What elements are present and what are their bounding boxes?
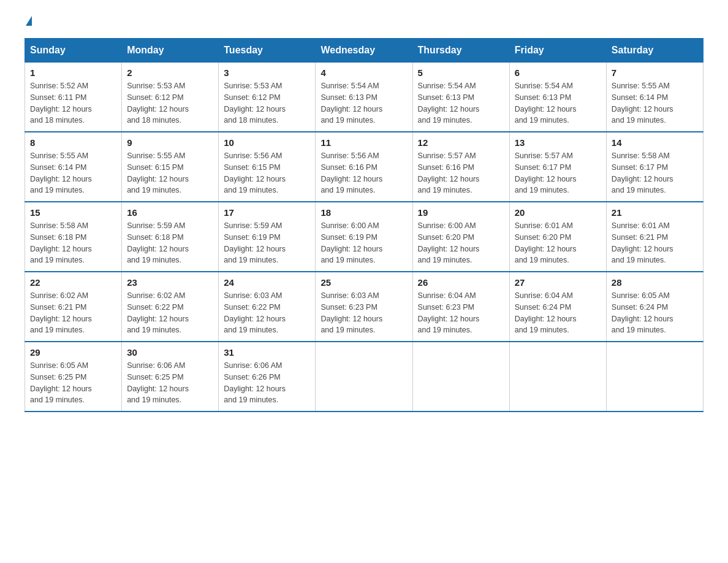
day-number: 5 (418, 67, 504, 78)
calendar-cell: 30Sunrise: 6:06 AMSunset: 6:25 PMDayligh… (122, 342, 219, 412)
day-info: Sunrise: 5:57 AMSunset: 6:17 PMDaylight:… (515, 150, 601, 196)
day-number: 28 (612, 277, 698, 288)
day-info: Sunrise: 5:58 AMSunset: 6:18 PMDaylight:… (30, 220, 116, 266)
day-info: Sunrise: 6:01 AMSunset: 6:21 PMDaylight:… (612, 220, 698, 266)
calendar-cell: 2Sunrise: 5:53 AMSunset: 6:12 PMDaylight… (122, 63, 219, 132)
calendar-week-row: 1Sunrise: 5:52 AMSunset: 6:11 PMDaylight… (25, 63, 703, 132)
calendar-cell: 16Sunrise: 5:59 AMSunset: 6:18 PMDayligh… (122, 202, 219, 272)
day-number: 10 (224, 137, 310, 148)
day-number: 27 (515, 277, 601, 288)
day-number: 2 (127, 67, 213, 78)
day-number: 12 (418, 137, 504, 148)
day-info: Sunrise: 5:57 AMSunset: 6:16 PMDaylight:… (418, 150, 504, 196)
day-info: Sunrise: 6:00 AMSunset: 6:19 PMDaylight:… (320, 220, 407, 266)
day-number: 16 (127, 207, 213, 218)
day-info: Sunrise: 6:05 AMSunset: 6:25 PMDaylight:… (30, 360, 116, 406)
day-number: 17 (224, 207, 310, 218)
day-info: Sunrise: 5:56 AMSunset: 6:16 PMDaylight:… (320, 150, 407, 196)
calendar-week-row: 22Sunrise: 6:02 AMSunset: 6:21 PMDayligh… (25, 272, 703, 342)
header-saturday: Saturday (606, 39, 703, 63)
day-info: Sunrise: 5:59 AMSunset: 6:19 PMDaylight:… (224, 220, 310, 266)
calendar-cell: 14Sunrise: 5:58 AMSunset: 6:17 PMDayligh… (606, 132, 703, 202)
day-number: 19 (418, 207, 504, 218)
calendar-header-row: SundayMondayTuesdayWednesdayThursdayFrid… (25, 39, 703, 63)
calendar-cell: 13Sunrise: 5:57 AMSunset: 6:17 PMDayligh… (509, 132, 606, 202)
header-friday: Friday (509, 39, 606, 63)
day-info: Sunrise: 6:04 AMSunset: 6:23 PMDaylight:… (418, 290, 504, 336)
day-number: 6 (515, 67, 601, 78)
day-info: Sunrise: 5:58 AMSunset: 6:17 PMDaylight:… (612, 150, 698, 196)
day-info: Sunrise: 6:03 AMSunset: 6:23 PMDaylight:… (320, 290, 407, 336)
calendar-table: SundayMondayTuesdayWednesdayThursdayFrid… (25, 38, 703, 412)
day-number: 18 (320, 207, 407, 218)
day-info: Sunrise: 6:04 AMSunset: 6:24 PMDaylight:… (515, 290, 601, 336)
calendar-cell: 8Sunrise: 5:55 AMSunset: 6:14 PMDaylight… (25, 132, 122, 202)
calendar-cell: 20Sunrise: 6:01 AMSunset: 6:20 PMDayligh… (509, 202, 606, 272)
day-info: Sunrise: 5:53 AMSunset: 6:12 PMDaylight:… (224, 80, 310, 126)
calendar-cell: 17Sunrise: 5:59 AMSunset: 6:19 PMDayligh… (219, 202, 316, 272)
calendar-cell: 22Sunrise: 6:02 AMSunset: 6:21 PMDayligh… (25, 272, 122, 342)
calendar-cell: 15Sunrise: 5:58 AMSunset: 6:18 PMDayligh… (25, 202, 122, 272)
day-number: 4 (320, 67, 407, 78)
day-number: 29 (30, 347, 116, 358)
day-number: 21 (612, 207, 698, 218)
day-info: Sunrise: 5:59 AMSunset: 6:18 PMDaylight:… (127, 220, 213, 266)
day-info: Sunrise: 5:55 AMSunset: 6:15 PMDaylight:… (127, 150, 213, 196)
header (25, 18, 703, 28)
header-monday: Monday (122, 39, 219, 63)
header-tuesday: Tuesday (219, 39, 316, 63)
calendar-cell: 7Sunrise: 5:55 AMSunset: 6:14 PMDaylight… (606, 63, 703, 132)
day-number: 13 (515, 137, 601, 148)
day-number: 26 (418, 277, 504, 288)
day-info: Sunrise: 6:00 AMSunset: 6:20 PMDaylight:… (418, 220, 504, 266)
calendar-cell: 24Sunrise: 6:03 AMSunset: 6:22 PMDayligh… (219, 272, 316, 342)
calendar-cell: 31Sunrise: 6:06 AMSunset: 6:26 PMDayligh… (219, 342, 316, 412)
day-number: 8 (30, 137, 116, 148)
day-info: Sunrise: 5:54 AMSunset: 6:13 PMDaylight:… (418, 80, 504, 126)
day-number: 1 (30, 67, 116, 78)
logo (25, 18, 32, 28)
calendar-cell: 3Sunrise: 5:53 AMSunset: 6:12 PMDaylight… (219, 63, 316, 132)
day-info: Sunrise: 6:01 AMSunset: 6:20 PMDaylight:… (515, 220, 601, 266)
day-info: Sunrise: 5:54 AMSunset: 6:13 PMDaylight:… (320, 80, 407, 126)
day-number: 3 (224, 67, 310, 78)
day-number: 24 (224, 277, 310, 288)
logo-triangle-icon (26, 16, 32, 26)
day-number: 31 (224, 347, 310, 358)
calendar-cell: 1Sunrise: 5:52 AMSunset: 6:11 PMDaylight… (25, 63, 122, 132)
calendar-cell: 10Sunrise: 5:56 AMSunset: 6:15 PMDayligh… (219, 132, 316, 202)
day-info: Sunrise: 5:54 AMSunset: 6:13 PMDaylight:… (515, 80, 601, 126)
calendar-cell: 12Sunrise: 5:57 AMSunset: 6:16 PMDayligh… (412, 132, 509, 202)
calendar-week-row: 29Sunrise: 6:05 AMSunset: 6:25 PMDayligh… (25, 342, 703, 412)
day-info: Sunrise: 5:55 AMSunset: 6:14 PMDaylight:… (612, 80, 698, 126)
day-info: Sunrise: 5:52 AMSunset: 6:11 PMDaylight:… (30, 80, 116, 126)
day-info: Sunrise: 6:05 AMSunset: 6:24 PMDaylight:… (612, 290, 698, 336)
day-number: 30 (127, 347, 213, 358)
day-number: 23 (127, 277, 213, 288)
day-number: 25 (320, 277, 407, 288)
day-info: Sunrise: 6:06 AMSunset: 6:25 PMDaylight:… (127, 360, 213, 406)
calendar-cell (606, 342, 703, 412)
calendar-cell: 6Sunrise: 5:54 AMSunset: 6:13 PMDaylight… (509, 63, 606, 132)
calendar-week-row: 8Sunrise: 5:55 AMSunset: 6:14 PMDaylight… (25, 132, 703, 202)
calendar-cell: 27Sunrise: 6:04 AMSunset: 6:24 PMDayligh… (509, 272, 606, 342)
day-info: Sunrise: 5:55 AMSunset: 6:14 PMDaylight:… (30, 150, 116, 196)
header-sunday: Sunday (25, 39, 122, 63)
header-wednesday: Wednesday (316, 39, 412, 63)
calendar-cell: 9Sunrise: 5:55 AMSunset: 6:15 PMDaylight… (122, 132, 219, 202)
day-number: 22 (30, 277, 116, 288)
day-number: 11 (320, 137, 407, 148)
day-number: 20 (515, 207, 601, 218)
day-info: Sunrise: 6:06 AMSunset: 6:26 PMDaylight:… (224, 360, 310, 406)
day-number: 7 (612, 67, 698, 78)
day-info: Sunrise: 6:02 AMSunset: 6:22 PMDaylight:… (127, 290, 213, 336)
calendar-cell (509, 342, 606, 412)
calendar-cell: 18Sunrise: 6:00 AMSunset: 6:19 PMDayligh… (316, 202, 412, 272)
calendar-cell: 29Sunrise: 6:05 AMSunset: 6:25 PMDayligh… (25, 342, 122, 412)
day-number: 9 (127, 137, 213, 148)
calendar-cell: 11Sunrise: 5:56 AMSunset: 6:16 PMDayligh… (316, 132, 412, 202)
calendar-cell: 25Sunrise: 6:03 AMSunset: 6:23 PMDayligh… (316, 272, 412, 342)
calendar-week-row: 15Sunrise: 5:58 AMSunset: 6:18 PMDayligh… (25, 202, 703, 272)
day-info: Sunrise: 5:56 AMSunset: 6:15 PMDaylight:… (224, 150, 310, 196)
calendar-cell: 5Sunrise: 5:54 AMSunset: 6:13 PMDaylight… (412, 63, 509, 132)
